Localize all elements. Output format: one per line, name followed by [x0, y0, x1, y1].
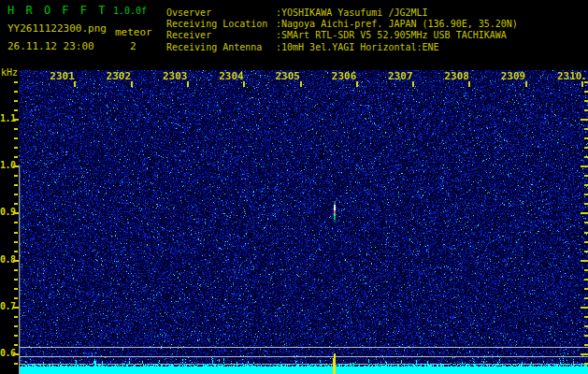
- time-tick-mark: [131, 81, 133, 87]
- time-tick-label: 2306: [332, 71, 357, 81]
- freq-minor-tick-right: [584, 363, 588, 365]
- freq-major-tick-left: [13, 119, 19, 121]
- info-value: :YOSHIKAWA Yasufumi /JG2MLI: [276, 7, 428, 18]
- freq-minor-tick-right: [584, 100, 588, 102]
- freq-minor-tick-left: [14, 251, 18, 252]
- freq-minor-tick-right: [584, 232, 588, 234]
- freq-minor-tick-right: [584, 251, 588, 252]
- freq-minor-tick-left: [14, 81, 18, 83]
- freq-major-tick-left: [13, 353, 19, 355]
- time-tick-mark: [243, 81, 245, 87]
- freq-minor-tick-left: [14, 203, 18, 205]
- freq-minor-tick-left: [14, 335, 18, 337]
- freq-minor-tick-right: [584, 288, 588, 290]
- freq-minor-tick-left: [14, 147, 18, 149]
- freq-minor-tick-right: [584, 325, 588, 327]
- freq-minor-tick-right: [584, 156, 588, 158]
- freq-minor-tick-left: [14, 156, 18, 158]
- time-tick-label: 2309: [501, 71, 526, 81]
- time-tick-label: 2302: [107, 71, 132, 81]
- time-tick-label: 2307: [388, 71, 413, 81]
- freq-minor-tick-right: [584, 297, 588, 299]
- freq-minor-tick-right: [584, 335, 588, 337]
- freq-minor-tick-left: [14, 222, 18, 223]
- freq-minor-tick-right: [584, 109, 588, 111]
- freq-minor-tick-right: [584, 91, 588, 93]
- info-value: :SMArt RTL-SDR V5 52.905MHz USB TACHIKAW…: [276, 30, 507, 40]
- freq-minor-tick-left: [14, 279, 18, 280]
- freq-minor-tick-left: [14, 241, 18, 243]
- freq-minor-tick-right: [584, 147, 588, 149]
- freq-minor-tick-left: [14, 137, 18, 139]
- freq-minor-tick-right: [584, 344, 588, 346]
- time-tick-mark: [356, 81, 358, 87]
- freq-minor-tick-left: [14, 184, 18, 186]
- freq-minor-tick-right: [584, 279, 588, 280]
- freq-major-tick-right: [581, 353, 588, 355]
- freq-minor-tick-left: [14, 363, 18, 365]
- freq-minor-tick-left: [14, 128, 18, 130]
- freq-minor-tick-right: [584, 81, 588, 83]
- spectrogram-canvas: [19, 70, 588, 374]
- time-tick-mark: [525, 81, 527, 87]
- observation-datetime: 26.11.12 23:00: [7, 41, 94, 51]
- station-info-block: Ovserver:YOSHIKAWA Yasufumi /JG2MLIRecei…: [166, 7, 518, 53]
- time-tick-label: 2305: [276, 71, 301, 81]
- freq-major-tick-left: [13, 212, 19, 214]
- time-tick-label: 2301: [50, 71, 75, 81]
- app-title: H R O F F T: [7, 5, 108, 16]
- hrofft-window: H R O F F T 1.0.0f YY2611122300.png mete…: [0, 0, 588, 374]
- freq-major-tick-right: [581, 260, 588, 262]
- time-tick-mark: [412, 81, 414, 87]
- freq-minor-tick-left: [14, 325, 18, 327]
- station-info-row: Receiving Antenna:10mH 3el.YAGI Horizont…: [166, 42, 518, 53]
- time-tick-mark: [300, 81, 302, 87]
- freq-minor-tick-left: [14, 175, 18, 177]
- freq-minor-tick-right: [584, 194, 588, 195]
- freq-minor-tick-left: [14, 269, 18, 271]
- freq-axis-unit: kHz: [1, 68, 18, 78]
- station-info-row: Receiver:SMArt RTL-SDR V5 52.905MHz USB …: [166, 30, 518, 41]
- time-tick-label: 2303: [163, 71, 188, 81]
- freq-minor-tick-left: [14, 297, 18, 299]
- freq-minor-tick-right: [584, 316, 588, 318]
- freq-major-tick-right: [581, 119, 588, 121]
- time-tick-label: 2310: [557, 71, 582, 81]
- freq-major-tick-left: [13, 165, 19, 167]
- station-info-row: Ovserver:YOSHIKAWA Yasufumi /JG2MLI: [166, 7, 518, 19]
- freq-minor-tick-right: [584, 241, 588, 243]
- info-label: Receiver: [166, 30, 276, 41]
- freq-major-tick-right: [581, 307, 588, 309]
- freq-minor-tick-right: [584, 203, 588, 205]
- freq-minor-tick-right: [584, 222, 588, 223]
- info-label: Receiving Location: [166, 19, 276, 30]
- freq-minor-tick-right: [584, 128, 588, 130]
- mode-label: meteor: [115, 27, 152, 37]
- info-label: Ovserver: [166, 7, 276, 19]
- freq-minor-tick-right: [584, 269, 588, 271]
- freq-minor-tick-right: [584, 137, 588, 139]
- freq-minor-tick-left: [14, 194, 18, 195]
- freq-minor-tick-right: [584, 175, 588, 177]
- freq-major-tick-left: [13, 260, 19, 262]
- output-filename: YY2611122300.png: [7, 23, 107, 34]
- freq-major-tick-left: [13, 307, 19, 309]
- time-tick-mark: [468, 81, 470, 87]
- time-tick-label: 2308: [444, 71, 469, 81]
- freq-major-tick-right: [581, 165, 588, 167]
- freq-minor-tick-left: [14, 344, 18, 346]
- info-value: :Nagoya Aichi-pref. JAPAN (136.90E, 35.2…: [276, 19, 518, 29]
- freq-minor-tick-left: [14, 316, 18, 318]
- time-tick-mark: [74, 81, 76, 87]
- freq-minor-tick-left: [14, 232, 18, 234]
- freq-minor-tick-right: [584, 184, 588, 186]
- freq-minor-tick-left: [14, 288, 18, 290]
- app-version: 1.0.0f: [113, 7, 147, 16]
- time-tick-mark: [581, 81, 583, 87]
- freq-minor-tick-left: [14, 91, 18, 93]
- info-label: Receiving Antenna: [166, 42, 276, 53]
- freq-minor-tick-left: [14, 100, 18, 102]
- meteor-count: 2: [130, 41, 136, 51]
- freq-minor-tick-left: [14, 109, 18, 111]
- station-info-row: Receiving Location:Nagoya Aichi-pref. JA…: [166, 19, 518, 30]
